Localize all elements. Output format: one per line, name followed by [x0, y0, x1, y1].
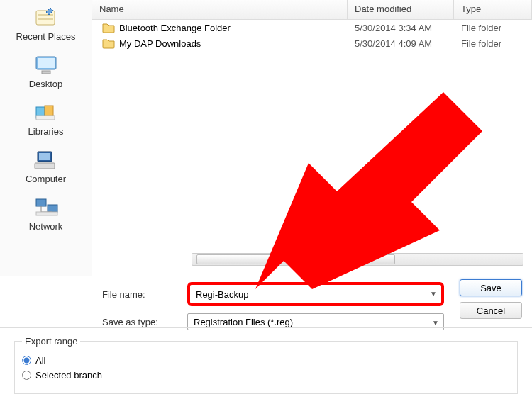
chevron-down-icon[interactable]: ▼ [430, 290, 437, 298]
places-sidebar: Recent Places Desktop Libraries Computer… [0, 0, 92, 276]
file-name-input[interactable]: Regi-Backup ▼ [187, 282, 444, 306]
svg-rect-6 [36, 116, 55, 120]
folder-icon [102, 38, 115, 49]
file-row[interactable]: Bluetooth Exchange Folder 5/30/2014 3:34… [92, 20, 532, 35]
sidebar-item-label: Desktop [29, 79, 63, 89]
scrollbar-grip-icon: ⋮⋮⋮ [294, 258, 313, 265]
svg-rect-10 [36, 199, 46, 206]
radio-all-input[interactable] [22, 356, 31, 365]
sidebar-item-libraries[interactable]: Libraries [0, 99, 92, 137]
svg-rect-9 [35, 163, 55, 169]
file-name: My DAP Downloads [119, 38, 201, 49]
svg-rect-12 [36, 212, 57, 215]
file-date: 5/30/2014 4:09 AM [348, 38, 454, 49]
horizontal-scrollbar[interactable]: ⋮⋮⋮ [192, 253, 523, 266]
svg-rect-3 [42, 71, 50, 74]
svg-rect-2 [38, 58, 55, 68]
file-type: File folder [454, 23, 532, 33]
sidebar-item-computer[interactable]: Computer [0, 147, 92, 184]
network-icon [32, 194, 60, 220]
separator [0, 327, 532, 328]
sidebar-item-label: Libraries [28, 126, 64, 137]
radio-selected-branch-label: Selected branch [35, 370, 102, 381]
chevron-down-icon[interactable]: ▼ [432, 319, 439, 327]
column-header-date[interactable]: Date modified [348, 0, 454, 19]
file-rows: Bluetooth Exchange Folder 5/30/2014 3:34… [92, 20, 532, 51]
svg-rect-11 [48, 205, 57, 212]
file-list-area: Name Date modified Type Bluetooth Exchan… [92, 0, 532, 269]
save-as-type-label: Save as type: [102, 317, 187, 327]
sidebar-item-label: Network [29, 221, 63, 232]
sidebar-item-network[interactable]: Network [0, 194, 92, 232]
svg-rect-0 [36, 11, 55, 25]
column-header-type[interactable]: Type [454, 0, 532, 19]
save-as-type-value: Registration Files (*.reg) [194, 317, 293, 327]
libraries-icon [32, 99, 60, 125]
file-date: 5/30/2014 3:34 AM [348, 23, 454, 33]
file-name: Bluetooth Exchange Folder [119, 23, 231, 33]
sidebar-item-recent-places[interactable]: Recent Places [0, 4, 92, 42]
scrollbar-thumb[interactable]: ⋮⋮⋮ [196, 254, 395, 264]
file-name-value: Regi-Backup [196, 289, 248, 300]
svg-rect-8 [39, 153, 50, 160]
desktop-icon [32, 52, 60, 77]
sidebar-item-desktop[interactable]: Desktop [0, 52, 92, 89]
cancel-button[interactable]: Cancel [460, 302, 522, 319]
radio-selected-branch[interactable]: Selected branch [22, 370, 510, 381]
sidebar-item-label: Recent Places [16, 31, 76, 42]
folder-icon [102, 22, 115, 33]
computer-icon [32, 147, 60, 172]
file-type: File folder [454, 38, 532, 49]
radio-all-label: All [35, 355, 45, 366]
export-range-group: Export range All Selected branch [0, 330, 532, 399]
column-header-name[interactable]: Name [92, 0, 348, 19]
radio-selected-branch-input[interactable] [22, 371, 31, 380]
file-name-label: File name: [102, 289, 187, 300]
export-range-legend: Export range [22, 336, 80, 347]
file-list-header: Name Date modified Type [92, 0, 532, 20]
file-row[interactable]: My DAP Downloads 5/30/2014 4:09 AM File … [92, 35, 532, 51]
sidebar-item-label: Computer [26, 174, 66, 184]
save-button[interactable]: Save [460, 279, 522, 296]
radio-all[interactable]: All [22, 355, 510, 366]
recent-places-icon [32, 4, 60, 30]
